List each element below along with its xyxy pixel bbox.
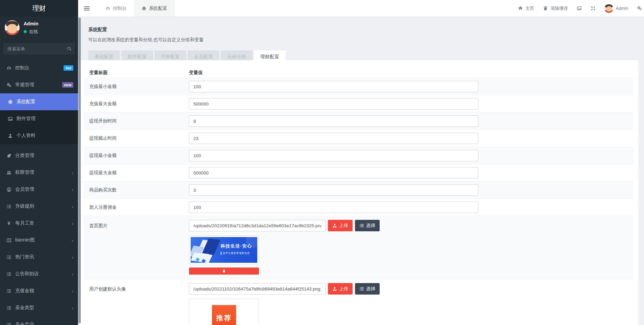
member-icon — [6, 187, 12, 192]
config-label: 提现最小金额 — [83, 147, 189, 164]
avatar[interactable] — [5, 20, 20, 35]
module-image-button[interactable] — [572, 0, 586, 17]
sidebar-item-基金类型[interactable]: 基金类型 ‹ — [0, 299, 78, 316]
delete-image-button[interactable] — [189, 268, 259, 275]
sidebar-item-热门资讯[interactable]: 热门资讯 ‹ — [0, 249, 78, 265]
config-value-input[interactable] — [189, 283, 326, 295]
column-header: 变量值 — [189, 70, 203, 76]
fullscreen-button[interactable] — [586, 0, 600, 17]
clear-cache-button[interactable]: 清除缓存 — [539, 0, 572, 17]
config-row-商品购买次数: 商品购买次数 — [83, 181, 633, 199]
image-preview[interactable]: 推荐 — [189, 299, 259, 325]
choose-button[interactable]: 选择 — [355, 283, 380, 295]
sidebar-item-权限管理[interactable]: 权限管理 ‹ — [0, 164, 78, 181]
leaf-icon — [6, 153, 12, 158]
config-label: 首页图片 — [83, 216, 189, 279]
config-value-input[interactable] — [189, 150, 478, 161]
gears-icon — [637, 6, 642, 11]
trash-icon — [543, 6, 548, 11]
home-link[interactable]: 主页 — [514, 0, 539, 17]
chevron-left-icon: ‹ — [72, 255, 73, 260]
main-content: 系统配置 可以在此增改系统的变量和分组,也可以自定义分组和变量 基础配置 邮件配… — [78, 17, 644, 325]
search-icon — [67, 46, 72, 51]
sidebar-item-基金产品[interactable]: 基金产品 — [0, 316, 78, 325]
upload-icon — [332, 223, 337, 228]
user-menu[interactable]: Admin — [600, 0, 633, 17]
config-row-首页图片: 首页图片 上传 选择 科技生活·安心 技术引领世界理财创造 — [83, 216, 633, 279]
config-row-充值最大金额: 充值最大金额 — [83, 95, 633, 112]
chevron-left-icon: ‹ — [72, 238, 73, 243]
config-label: 新人注册佣金 — [83, 199, 189, 216]
config-value-input[interactable] — [189, 115, 478, 127]
search-input[interactable] — [3, 43, 75, 54]
settings-button[interactable] — [633, 0, 644, 17]
topbar-tab-控制台[interactable]: 控制台 — [98, 0, 134, 17]
user-icon — [7, 133, 13, 138]
config-value-input[interactable] — [189, 81, 478, 92]
list-icon — [6, 204, 12, 209]
config-row-提现截止时间: 提现截止时间 — [83, 130, 633, 147]
chevron-left-icon: ‹ — [72, 204, 73, 209]
config-value-input[interactable] — [189, 133, 478, 144]
upload-button[interactable]: 上传 — [328, 220, 353, 231]
list-icon — [6, 271, 12, 277]
yen-icon: ¥ — [6, 220, 12, 226]
app-title: 理财 — [0, 0, 78, 17]
dashboard-icon — [105, 6, 110, 11]
config-value-input[interactable] — [189, 167, 478, 179]
sidebar-item-系统配置[interactable]: 系统配置 — [0, 93, 78, 110]
gear-icon — [142, 6, 146, 11]
chevron-left-icon: ‹ — [72, 305, 73, 310]
config-row-提现最大金额: 提现最大金额 — [83, 164, 633, 181]
user-status: 在线 — [24, 29, 39, 35]
sidebar-item-公告和协议[interactable]: 公告和协议 ‹ — [0, 265, 78, 282]
trash-icon — [222, 269, 226, 273]
sidebar-item-会员管理[interactable]: 会员管理 ‹ — [0, 181, 78, 198]
config-row-提现开始时间: 提现开始时间 — [83, 112, 633, 130]
recommend-ribbon: 推荐 — [212, 305, 236, 325]
list-icon — [6, 305, 12, 310]
topbar-tab-系统配置[interactable]: 系统配置 — [134, 0, 175, 17]
sidebar-item-控制台[interactable]: 控制台 hot — [0, 60, 78, 76]
sidebar-item-分类管理[interactable]: 分类管理 — [0, 147, 78, 164]
topbar: 控制台 系统配置 主页 清除缓存 Admin — [78, 0, 644, 17]
config-label: 提现截止时间 — [83, 130, 189, 147]
sidebar-scrollbar[interactable] — [78, 18, 81, 323]
config-label: 用户创建默认头像 — [83, 279, 189, 325]
config-label: 充值最小金额 — [83, 78, 189, 95]
chevron-left-icon: ‹ — [72, 170, 73, 175]
status-badge: hot — [64, 65, 73, 71]
sidebar-toggle-icon[interactable] — [84, 5, 90, 11]
sidebar-item-常规管理[interactable]: 常规管理 new — [0, 76, 78, 93]
sidebar-item-附件管理[interactable]: 附件管理 — [0, 110, 78, 127]
sidebar-item-升级规则[interactable]: 升级规则 ‹ — [0, 198, 78, 215]
sidebar-item-个人资料[interactable]: 个人资料 — [0, 127, 78, 144]
sidebar-user-panel: Admin 在线 — [0, 17, 78, 39]
choose-button[interactable]: 选择 — [355, 220, 380, 231]
config-label: 提现开始时间 — [83, 113, 189, 130]
sidebar-item-banner图[interactable]: banner图 ‹ — [0, 232, 78, 249]
upload-button[interactable]: 上传 — [328, 283, 353, 295]
config-row-用户创建默认头像: 用户创建默认头像 上传 选择 推荐 — [83, 279, 633, 325]
sidebar-item-充值金额[interactable]: 充值金额 ‹ — [0, 282, 78, 299]
dashboard-icon — [6, 65, 12, 71]
banner-image: 科技生活·安心 技术引领世界理财创造 — [191, 237, 257, 263]
topbar-tabs: 控制台 系统配置 — [98, 0, 175, 17]
gears-icon — [6, 82, 12, 88]
sidebar-item-每月工资[interactable]: ¥ 每月工资 ‹ — [0, 215, 78, 232]
image-preview[interactable]: 科技生活·安心 技术引领世界理财创造 — [189, 235, 259, 264]
list-icon — [6, 322, 12, 325]
config-row-提现最小金额: 提现最小金额 — [83, 147, 633, 164]
users-icon — [6, 170, 12, 175]
page-subtitle: 可以在此增改系统的变量和分组,也可以自定义分组和变量 — [88, 37, 634, 43]
config-value-input[interactable] — [189, 184, 478, 196]
config-value-input[interactable] — [189, 220, 326, 231]
config-value-input[interactable] — [189, 202, 478, 213]
config-value-input[interactable] — [189, 98, 478, 110]
page-head: 系统配置 可以在此增改系统的变量和分组,也可以自定义分组和变量 — [78, 17, 644, 43]
topbar-right: 主页 清除缓存 Admin — [514, 0, 644, 17]
sidebar: 理财 Admin 在线 控制台 hot 常规管理 new 系统配置 附 — [0, 0, 78, 325]
chevron-left-icon: ‹ — [72, 272, 73, 277]
column-header: 变量标题 — [83, 70, 189, 76]
list-icon — [6, 288, 12, 294]
